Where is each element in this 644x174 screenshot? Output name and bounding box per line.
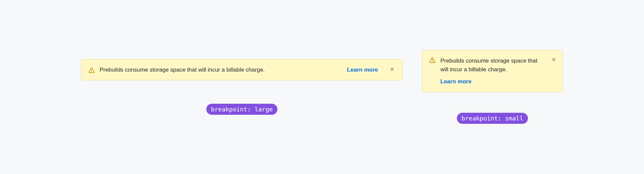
alert-icon bbox=[88, 67, 95, 74]
learn-more-link[interactable]: Learn more bbox=[347, 67, 378, 73]
close-icon bbox=[389, 67, 395, 73]
banner-content: Prebuilds consume storage space that wil… bbox=[429, 57, 556, 74]
breakpoint-badge-large: breakpoint: large bbox=[206, 104, 277, 115]
close-button[interactable] bbox=[389, 67, 395, 73]
banner-message: Prebuilds consume storage space that wil… bbox=[440, 58, 537, 73]
panel-small: Prebuilds consume storage space that wil… bbox=[422, 50, 563, 124]
banner-text-row: Prebuilds consume storage space that wil… bbox=[100, 66, 387, 74]
page-container: Prebuilds consume storage space that wil… bbox=[0, 0, 644, 174]
close-icon bbox=[551, 57, 556, 63]
panel-large: Prebuilds consume storage space that wil… bbox=[81, 59, 402, 115]
banner-text-block: Prebuilds consume storage space that wil… bbox=[440, 57, 546, 74]
alert-icon bbox=[429, 57, 436, 64]
warning-banner-small: Prebuilds consume storage space that wil… bbox=[422, 50, 563, 92]
banner-message: Prebuilds consume storage space that wil… bbox=[100, 66, 265, 74]
learn-more-link[interactable]: Learn more bbox=[440, 78, 472, 85]
warning-banner-large: Prebuilds consume storage space that wil… bbox=[81, 59, 402, 81]
close-button[interactable] bbox=[550, 57, 557, 63]
banner-content: Prebuilds consume storage space that wil… bbox=[88, 66, 387, 74]
banner-action-row: Learn more bbox=[429, 78, 556, 85]
breakpoint-badge-small: breakpoint: small bbox=[457, 113, 528, 124]
